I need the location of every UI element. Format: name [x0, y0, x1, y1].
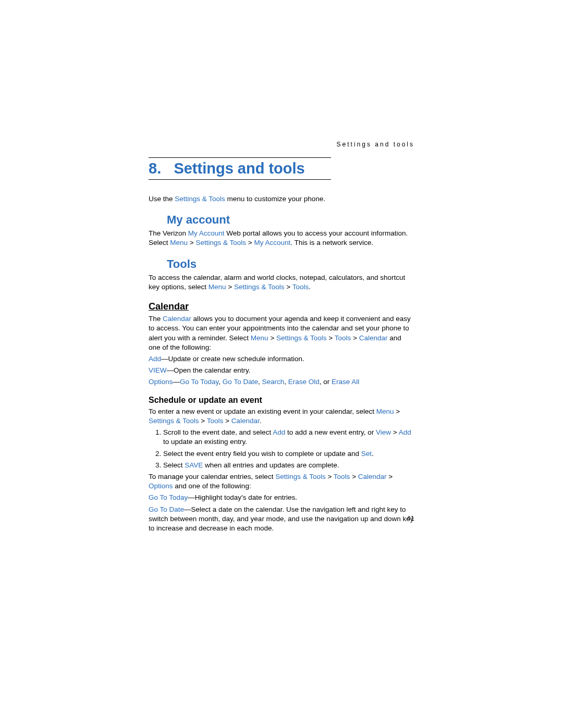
option-label: Add: [399, 428, 411, 436]
text: to update an existing entry.: [163, 438, 247, 446]
step-2: Select the event entry field you wish to…: [163, 449, 414, 459]
text: .: [309, 283, 311, 291]
menu-path: Calendar: [231, 417, 260, 425]
text: —Update or create new schedule informati…: [161, 355, 304, 363]
menu-path: Menu: [170, 239, 188, 246]
text: , or: [320, 378, 332, 386]
menu-path: Tools: [207, 417, 224, 425]
text: —Open the calendar entry.: [167, 366, 251, 374]
text: The Verizon: [149, 229, 188, 237]
calendar-paragraph: The Calendar allows you to document your…: [149, 314, 414, 352]
menu-path: Calendar: [359, 334, 388, 342]
text: —Select a date on the calendar. Use the …: [149, 505, 414, 532]
menu-path: My Account: [254, 239, 290, 246]
tools-heading: Tools: [167, 257, 414, 271]
chapter-heading: 8. Settings and tools: [149, 160, 331, 177]
calendar-heading: Calendar: [149, 301, 414, 312]
chapter-title-block: 8. Settings and tools: [149, 157, 331, 180]
text: Scroll to the event date, and select: [163, 428, 273, 436]
text: The: [149, 315, 163, 323]
option-label: Options: [149, 378, 173, 386]
menu-path: Options: [149, 482, 173, 490]
option-label: Erase All: [332, 378, 359, 386]
schedule-heading: Schedule or update an event: [149, 396, 414, 405]
calendar-options-item: Options—Go To Today, Go To Date, Search,…: [149, 377, 414, 387]
menu-path: Settings & Tools: [149, 417, 199, 425]
text: Select the event entry field you wish to…: [163, 450, 361, 458]
text: >: [285, 283, 292, 291]
go-to-today-item: Go To Today—Highlight today's date for e…: [149, 493, 414, 502]
schedule-steps-list: Scroll to the event date, and select Add…: [149, 428, 414, 470]
option-label: Go To Date: [223, 378, 258, 386]
calendar-add-item: Add—Update or create new schedule inform…: [149, 354, 414, 364]
menu-path: Calendar: [163, 315, 191, 323]
manage-entries-paragraph: To manage your calendar entries, select …: [149, 472, 414, 491]
text: ,: [218, 378, 223, 386]
text: to add a new event entry, or: [285, 428, 376, 436]
text: —Highlight today's date for entries.: [188, 493, 297, 501]
step-1: Scroll to the event date, and select Add…: [163, 428, 414, 447]
menu-path: Menu: [209, 283, 226, 291]
manual-page: Settings and tools 8. Settings and tools…: [0, 0, 563, 533]
intro-paragraph: Use the Settings & Tools menu to customi…: [149, 194, 414, 204]
text: >: [350, 473, 358, 480]
menu-path: Menu: [251, 334, 268, 342]
text: .: [260, 417, 262, 425]
text: >: [199, 417, 207, 425]
menu-path: Tools: [292, 283, 309, 291]
running-header: Settings and tools: [149, 141, 414, 148]
option-label: Add: [273, 428, 285, 436]
chapter-title-text: Settings and tools: [174, 160, 304, 177]
text: Use the: [149, 195, 175, 203]
option-label: Go To Today: [149, 493, 188, 501]
text: ,: [284, 378, 288, 386]
menu-path: Settings & Tools: [234, 283, 285, 291]
menu-path: Menu: [376, 408, 394, 415]
text: Select: [163, 461, 185, 469]
option-label: Set: [361, 450, 372, 458]
text: >: [268, 334, 276, 342]
option-label: VIEW: [149, 366, 167, 374]
my-account-paragraph: The Verizon My Account Web portal allows…: [149, 229, 414, 248]
menu-path: Settings & Tools: [195, 239, 246, 246]
menu-path: Settings & Tools: [175, 195, 225, 203]
option-label: SAVE: [185, 461, 203, 469]
text: >: [226, 283, 234, 291]
menu-path: Settings & Tools: [276, 334, 327, 342]
option-label: Go To Today: [180, 378, 218, 386]
text: >: [223, 417, 231, 425]
text: menu to customize your phone.: [225, 195, 325, 203]
text: >: [188, 239, 195, 246]
chapter-number: 8.: [149, 160, 161, 177]
page-number: 41: [407, 514, 414, 522]
option-label: Add: [149, 355, 161, 363]
text: when all entries and updates are complet…: [203, 461, 339, 469]
step-3: Select SAVE when all entries and updates…: [163, 461, 414, 470]
option-label: Erase Old: [288, 378, 320, 386]
schedule-intro-paragraph: To enter a new event or update an existi…: [149, 407, 414, 426]
my-account-heading: My account: [167, 213, 414, 227]
text: To manage your calendar entries, select: [149, 473, 275, 480]
option-label: Search: [262, 378, 284, 386]
text: >: [326, 473, 334, 480]
text: and one of the following:: [173, 482, 251, 490]
text: >: [387, 473, 393, 480]
text: >: [394, 408, 400, 415]
text: To enter a new event or update an existi…: [149, 408, 376, 415]
text: .: [372, 450, 374, 458]
menu-path: Settings & Tools: [275, 473, 326, 480]
text: >: [327, 334, 335, 342]
text: . This is a network service.: [290, 239, 373, 246]
text: >: [391, 428, 399, 436]
text: >: [246, 239, 254, 246]
menu-path: My Account: [188, 229, 225, 237]
calendar-view-item: VIEW—Open the calendar entry.: [149, 366, 414, 375]
menu-path: Tools: [335, 334, 351, 342]
text: >: [351, 334, 359, 342]
menu-path: Tools: [334, 473, 350, 480]
option-label: Go To Date: [149, 505, 184, 513]
option-label: View: [376, 428, 391, 436]
go-to-date-item: Go To Date—Select a date on the calendar…: [149, 505, 414, 534]
menu-path: Calendar: [358, 473, 387, 480]
text: —: [173, 378, 180, 386]
